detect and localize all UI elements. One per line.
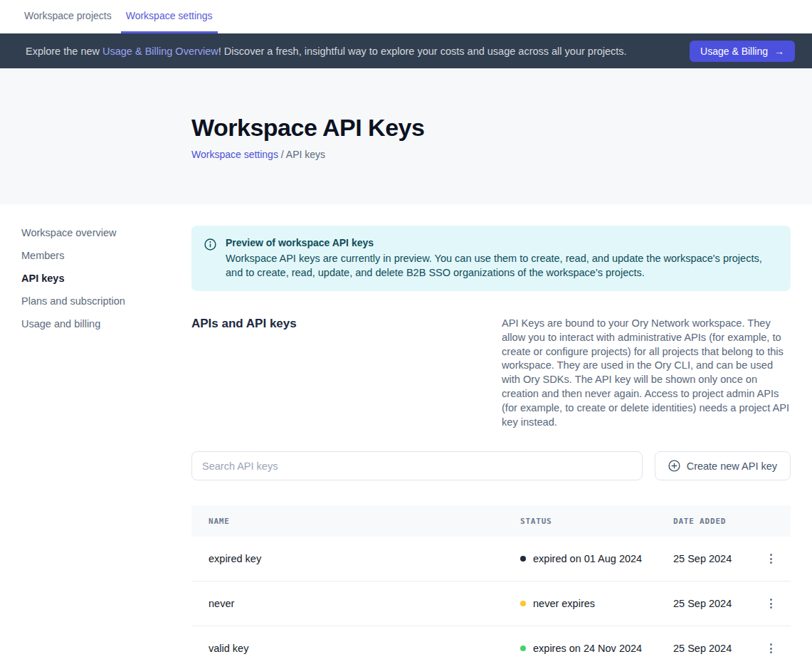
api-keys-section: APIs and API keys API Keys are bound to … (191, 317, 791, 429)
sidebar-item-plans-and-subscription[interactable]: Plans and subscription (21, 290, 191, 312)
api-key-name: never (191, 598, 520, 609)
page-title: Workspace API Keys (191, 114, 812, 142)
banner-text-before: Explore the new (26, 46, 102, 57)
usage-billing-button-label: Usage & Billing (700, 46, 768, 57)
breadcrumb: Workspace settings / API keys (191, 149, 812, 160)
column-header-name: NAME (191, 517, 520, 526)
sidebar-item-usage-and-billing[interactable]: Usage and billing (21, 312, 191, 335)
page-header: Workspace API Keys Workspace settings / … (0, 68, 812, 204)
table-row: never never expires 25 Sep 2024 (191, 581, 791, 626)
status-text: expired on 01 Aug 2024 (533, 553, 642, 564)
table-row: valid key expires on 24 Nov 2024 25 Sep … (191, 626, 791, 669)
api-key-date-added: 25 Sep 2024 (673, 643, 752, 654)
status-text: expires on 24 Nov 2024 (533, 643, 642, 654)
announcement-banner: Explore the new Usage & Billing Overview… (0, 33, 812, 68)
sidebar-item-api-keys[interactable]: API keys (21, 267, 191, 290)
breadcrumb-separator: / (278, 149, 286, 160)
table-row: expired key expired on 01 Aug 2024 25 Se… (191, 537, 791, 581)
usage-billing-button[interactable]: Usage & Billing → (690, 41, 795, 62)
sidebar-item-members[interactable]: Members (21, 244, 191, 267)
row-actions (752, 594, 791, 613)
search-input[interactable] (191, 451, 643, 480)
column-header-date-added: DATE ADDED (673, 517, 752, 526)
api-keys-table: NAME STATUS DATE ADDED expired key expir… (191, 505, 791, 669)
api-key-date-added: 25 Sep 2024 (673, 598, 752, 609)
status-text: never expires (533, 598, 595, 609)
status-dot-icon (520, 601, 526, 606)
plus-circle-icon (668, 460, 680, 472)
row-menu-kebab-icon[interactable] (761, 638, 781, 658)
info-icon (204, 238, 216, 251)
create-api-key-button[interactable]: Create new API key (655, 451, 791, 480)
preview-info-alert: Preview of workspace API keys Workspace … (191, 226, 791, 291)
tab-workspace-settings[interactable]: Workspace settings (121, 0, 218, 33)
content-area: Workspace overview Members API keys Plan… (0, 204, 812, 669)
settings-sidebar: Workspace overview Members API keys Plan… (21, 204, 191, 669)
api-key-date-added: 25 Sep 2024 (673, 553, 752, 564)
row-menu-kebab-icon[interactable] (761, 549, 781, 569)
row-actions (752, 549, 791, 569)
sidebar-item-workspace-overview[interactable]: Workspace overview (21, 221, 191, 244)
usage-billing-overview-link[interactable]: Usage & Billing Overview (102, 46, 218, 57)
alert-body: Workspace API keys are currently in prev… (226, 252, 774, 280)
alert-title: Preview of workspace API keys (226, 237, 774, 249)
column-header-status: STATUS (520, 517, 673, 526)
api-key-name: expired key (191, 553, 520, 564)
create-api-key-button-label: Create new API key (687, 460, 777, 472)
table-header-row: NAME STATUS DATE ADDED (191, 505, 791, 537)
main-panel: Preview of workspace API keys Workspace … (191, 204, 791, 669)
banner-text-after: ! Discover a fresh, insightful way to ex… (218, 46, 627, 57)
status-dot-icon (520, 646, 526, 651)
row-actions (752, 638, 791, 658)
tab-workspace-projects[interactable]: Workspace projects (19, 0, 117, 33)
api-key-status: expires on 24 Nov 2024 (520, 643, 673, 654)
breadcrumb-current: API keys (286, 149, 325, 160)
api-key-status: never expires (520, 598, 673, 609)
api-key-name: valid key (191, 643, 520, 654)
api-key-status: expired on 01 Aug 2024 (520, 553, 673, 564)
api-keys-toolbar: Create new API key (191, 451, 791, 480)
section-heading: APIs and API keys (191, 317, 297, 429)
top-navigation: Workspace projects Workspace settings (0, 0, 812, 33)
section-description: API Keys are bound to your Ory Network w… (502, 317, 791, 429)
banner-text: Explore the new Usage & Billing Overview… (26, 46, 627, 57)
status-dot-icon (520, 556, 526, 562)
breadcrumb-workspace-settings-link[interactable]: Workspace settings (191, 149, 278, 160)
alert-content: Preview of workspace API keys Workspace … (226, 237, 774, 280)
row-menu-kebab-icon[interactable] (761, 594, 781, 613)
arrow-right-icon: → (774, 46, 784, 57)
